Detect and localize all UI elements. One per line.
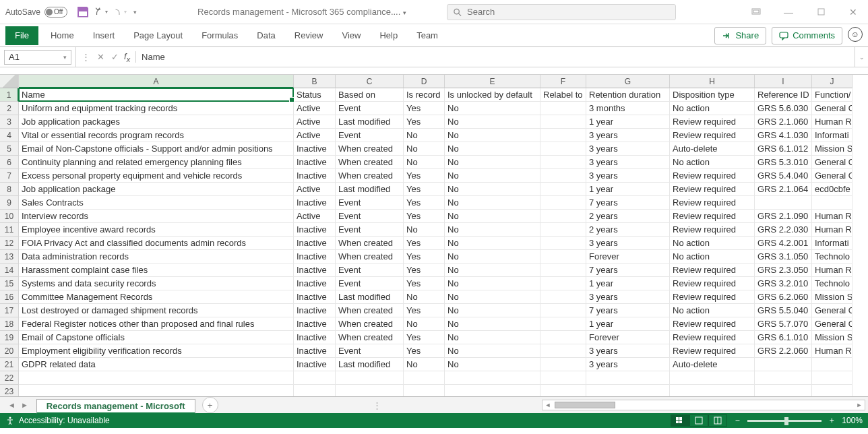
- cell-J12[interactable]: Informati: [812, 237, 852, 250]
- cell-B20[interactable]: Inactive: [294, 344, 336, 358]
- cell-J8[interactable]: ecd0cbfe: [812, 183, 852, 196]
- row-header-15[interactable]: 15: [0, 277, 19, 290]
- comments-button[interactable]: Comments: [772, 27, 842, 44]
- cell-D22[interactable]: [404, 371, 445, 385]
- cell-C11[interactable]: Event: [336, 223, 404, 237]
- cell-D16[interactable]: No: [404, 290, 445, 304]
- cell-H2[interactable]: No action: [670, 102, 755, 115]
- maximize-button[interactable]: [811, 5, 830, 19]
- cell-G17[interactable]: 7 years: [586, 304, 670, 317]
- cell-B14[interactable]: Inactive: [294, 264, 336, 277]
- cell-H20[interactable]: Review required: [670, 344, 755, 358]
- col-header-F[interactable]: F: [540, 75, 586, 88]
- name-box[interactable]: A1 ▾: [4, 50, 71, 65]
- cell-E15[interactable]: No: [445, 277, 540, 290]
- cell-I23[interactable]: [755, 385, 812, 396]
- cell-C15[interactable]: Event: [336, 277, 404, 290]
- cell-J1[interactable]: Function/: [812, 88, 852, 102]
- cell-E5[interactable]: No: [445, 142, 540, 156]
- row-header-2[interactable]: 2: [0, 102, 19, 115]
- cell-B21[interactable]: Inactive: [294, 358, 336, 371]
- cell-B15[interactable]: Inactive: [294, 277, 336, 290]
- cell-J3[interactable]: Human R: [812, 115, 852, 129]
- cell-G21[interactable]: 3 years: [586, 358, 670, 371]
- col-header-D[interactable]: D: [404, 75, 445, 88]
- cell-D13[interactable]: Yes: [404, 250, 445, 264]
- cell-B18[interactable]: Inactive: [294, 317, 336, 331]
- cell-A15[interactable]: Systems and data security records: [19, 277, 294, 290]
- cell-G10[interactable]: 2 years: [586, 210, 670, 223]
- cell-A7[interactable]: Excess personal property equipment and v…: [19, 169, 294, 183]
- cell-E16[interactable]: No: [445, 290, 540, 304]
- cell-I1[interactable]: Reference ID: [755, 88, 812, 102]
- cell-D6[interactable]: No: [404, 156, 445, 169]
- cell-A22[interactable]: [19, 371, 294, 385]
- cell-F23[interactable]: [540, 385, 586, 396]
- cell-C4[interactable]: Event: [336, 129, 404, 142]
- cell-G13[interactable]: Forever: [586, 250, 670, 264]
- cell-I6[interactable]: GRS 5.3.010: [755, 156, 812, 169]
- cell-I22[interactable]: [755, 371, 812, 385]
- cell-E1[interactable]: Is unlocked by default: [445, 88, 540, 102]
- cell-C6[interactable]: When created: [336, 156, 404, 169]
- cell-G22[interactable]: [586, 371, 670, 385]
- row-header-8[interactable]: 8: [0, 183, 19, 196]
- cell-H23[interactable]: [670, 385, 755, 396]
- cell-E9[interactable]: No: [445, 196, 540, 210]
- cell-E21[interactable]: No: [445, 358, 540, 371]
- cell-H9[interactable]: Review required: [670, 196, 755, 210]
- row-header-9[interactable]: 9: [0, 196, 19, 210]
- cell-G14[interactable]: 7 years: [586, 264, 670, 277]
- row-header-14[interactable]: 14: [0, 264, 19, 277]
- col-header-I[interactable]: I: [755, 75, 812, 88]
- cell-I13[interactable]: GRS 3.1.050: [755, 250, 812, 264]
- cell-A21[interactable]: GDPR related data: [19, 358, 294, 371]
- cell-I21[interactable]: [755, 358, 812, 371]
- cell-G16[interactable]: 3 years: [586, 290, 670, 304]
- cell-F15[interactable]: [540, 277, 586, 290]
- cell-C3[interactable]: Last modified: [336, 115, 404, 129]
- cell-F8[interactable]: [540, 183, 586, 196]
- cell-C7[interactable]: When created: [336, 169, 404, 183]
- cell-I12[interactable]: GRS 4.2.001: [755, 237, 812, 250]
- cell-I17[interactable]: GRS 5.5.040: [755, 304, 812, 317]
- ribbon-tab-formulas[interactable]: Formulas: [192, 26, 247, 45]
- cell-D19[interactable]: Yes: [404, 331, 445, 344]
- cell-A18[interactable]: Federal Register notices other than prop…: [19, 317, 294, 331]
- cell-B22[interactable]: [294, 371, 336, 385]
- cell-C10[interactable]: Event: [336, 210, 404, 223]
- cell-G12[interactable]: 3 years: [586, 237, 670, 250]
- select-all-corner[interactable]: [0, 75, 19, 88]
- cell-A2[interactable]: Uniform and equipment tracking records: [19, 102, 294, 115]
- cell-I7[interactable]: GRS 5.4.040: [755, 169, 812, 183]
- cell-F6[interactable]: [540, 156, 586, 169]
- page-break-view-button[interactable]: [708, 414, 727, 427]
- cell-F21[interactable]: [540, 358, 586, 371]
- cell-H10[interactable]: Review required: [670, 210, 755, 223]
- cell-I11[interactable]: GRS 2.2.030: [755, 223, 812, 237]
- expand-formula-bar[interactable]: ⌄: [855, 47, 868, 67]
- file-tab[interactable]: File: [5, 26, 38, 45]
- cell-A19[interactable]: Email of Capstone officials: [19, 331, 294, 344]
- cell-B1[interactable]: Status: [294, 88, 336, 102]
- zoom-in-button[interactable]: +: [827, 416, 836, 425]
- cell-H13[interactable]: No action: [670, 250, 755, 264]
- cell-F11[interactable]: [540, 223, 586, 237]
- cell-I16[interactable]: GRS 6.2.060: [755, 290, 812, 304]
- cell-H21[interactable]: Auto-delete: [670, 358, 755, 371]
- add-sheet-button[interactable]: +: [202, 397, 218, 413]
- cell-A11[interactable]: Employee incentive award records: [19, 223, 294, 237]
- cell-H11[interactable]: Review required: [670, 223, 755, 237]
- col-header-J[interactable]: J: [812, 75, 852, 88]
- cell-F20[interactable]: [540, 344, 586, 358]
- cell-F2[interactable]: [540, 102, 586, 115]
- col-header-C[interactable]: C: [336, 75, 404, 88]
- cell-F18[interactable]: [540, 317, 586, 331]
- cell-E6[interactable]: No: [445, 156, 540, 169]
- cell-I4[interactable]: GRS 4.1.030: [755, 129, 812, 142]
- close-button[interactable]: ✕: [844, 5, 863, 19]
- cell-C8[interactable]: Last modified: [336, 183, 404, 196]
- cell-G9[interactable]: 7 years: [586, 196, 670, 210]
- feedback-button[interactable]: ☺: [848, 27, 863, 42]
- cell-G23[interactable]: [586, 385, 670, 396]
